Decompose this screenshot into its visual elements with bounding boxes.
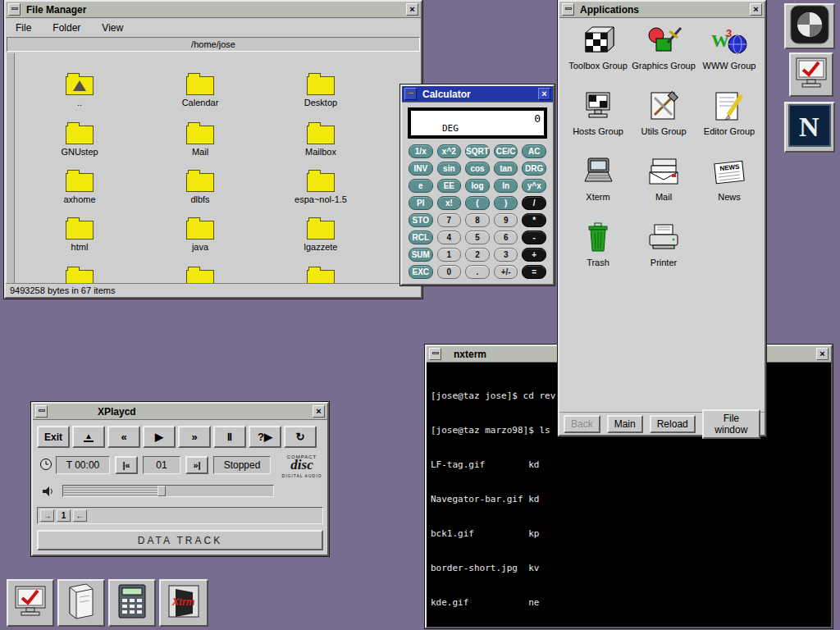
folder-item[interactable]: Desktop [285,71,356,107]
window-menu-button[interactable] [404,88,417,100]
key-close-paren[interactable]: ) [494,196,518,210]
track-shift-right-button[interactable]: → [40,509,54,522]
folder-item[interactable]: Calendar [165,71,235,107]
folder-item[interactable]: html [44,216,115,252]
close-button[interactable]: × [406,3,418,16]
key-1[interactable]: 1 [437,248,462,262]
key-8[interactable]: 8 [465,213,490,227]
key-sto[interactable]: STO [409,213,433,227]
loop-button[interactable]: ↻ [284,426,317,448]
key-sin[interactable]: sin [437,162,462,176]
close-button[interactable]: × [750,3,762,16]
vertical-scrollbar[interactable] [6,53,15,283]
file-manager-titlebar[interactable]: File Manager × [6,2,421,18]
key-9[interactable]: 9 [494,213,518,227]
window-menu-button[interactable] [429,348,441,360]
data-track-button[interactable]: DATA TRACK [37,530,323,550]
xplaycd-titlebar[interactable]: XPlaycd × [33,404,327,420]
reload-button[interactable]: Reload [650,415,696,433]
close-button[interactable]: × [313,405,325,418]
app-item-trash[interactable]: Trash [564,221,632,267]
menu-view[interactable]: View [102,22,123,34]
app-item-printer[interactable]: Printer [630,221,697,267]
app-item-toolbox-group[interactable]: Toolbox Group [564,25,632,71]
key-5[interactable]: 5 [465,231,490,244]
folder-item[interactable]: espa~nol-1.5 [285,168,356,204]
folder-item[interactable]: lgazzete [285,216,356,252]
menu-file[interactable]: File [16,22,31,34]
key-6[interactable]: 6 [494,231,518,244]
app-item-graphics-group[interactable]: Graphics Group [630,25,697,71]
folder-item[interactable]: GNUstep [44,121,115,157]
pause-button[interactable]: Ⅱ [213,426,246,448]
folder-item[interactable] [285,265,356,283]
key-plus[interactable]: + [522,248,546,262]
app-item-editor-group[interactable]: Editor Group [696,90,763,136]
dock-tile-monitor-check[interactable] [789,52,833,97]
folder-item[interactable] [44,265,115,283]
key-2[interactable]: 2 [465,248,490,262]
key-1/x[interactable]: 1/x [409,144,433,158]
folder-item[interactable]: dlbfs [165,168,235,204]
app-item-hosts-group[interactable]: Hosts Group [564,90,632,136]
key-sqrt[interactable]: SQRT [465,144,490,158]
window-menu-button[interactable] [562,3,574,16]
next-track-button[interactable]: »| [185,456,208,474]
key-ee[interactable]: EE [437,179,462,193]
key-sum[interactable]: SUM [409,248,433,262]
key-x^2[interactable]: x^2 [437,144,462,158]
key-exc[interactable]: EXC [409,265,433,279]
key-plusminus[interactable]: +/- [494,265,518,279]
key-0[interactable]: 0 [437,265,462,279]
file-window-button[interactable]: File window [702,409,760,439]
folder-item[interactable]: Mailbox [285,121,356,157]
previous-track-button[interactable]: |« [115,456,138,474]
applications-titlebar[interactable]: Applications × [559,2,765,18]
key-open-paren[interactable]: ( [465,196,490,210]
app-item-www-group[interactable]: W 3 WWW Group [696,25,763,71]
dock-tile-netscape[interactable]: N [784,102,835,153]
key-tan[interactable]: tan [494,162,518,176]
close-button[interactable]: × [816,348,829,360]
dock-tile-monitor-check-2[interactable] [7,579,54,627]
app-item-utils-group[interactable]: Utils Group [630,90,697,136]
dock-tile-calculator[interactable] [108,579,156,627]
folder-item[interactable]: axhome [44,168,115,204]
folder-item[interactable]: java [165,216,235,252]
key-ac[interactable]: AC [522,144,546,158]
dock-tile-gnustep[interactable] [784,3,835,49]
key-multiply[interactable]: * [522,213,546,227]
folder-item[interactable] [165,265,235,283]
play-button[interactable]: ▶ [143,426,176,448]
key-rcl[interactable]: RCL [409,231,433,244]
dock-tile-book[interactable] [57,579,105,627]
calculator-titlebar[interactable]: Calculator × [402,86,553,103]
main-button[interactable]: Main [607,415,643,433]
volume-slider-thumb[interactable] [158,486,166,496]
key-3[interactable]: 3 [494,248,518,262]
key-ce/c[interactable]: CE/C [494,144,518,158]
exit-button[interactable]: Exit [37,426,70,448]
intro-scan-button[interactable]: ?▶ [249,426,281,448]
app-item-mail[interactable]: Mail [630,156,697,202]
key-7[interactable]: 7 [437,213,462,227]
key-equals[interactable]: = [522,265,546,279]
key-minus[interactable]: - [522,231,546,244]
key-decimal[interactable]: . [465,265,490,279]
dock-tile-xterm[interactable]: Xtrm [159,579,208,627]
back-button[interactable]: Back [564,415,600,433]
file-list-area[interactable]: .. Calendar Desktop GNUstep Mail Mailbox [6,53,421,283]
menu-folder[interactable]: Folder [52,22,80,34]
volume-slider[interactable] [62,485,274,497]
app-item-news[interactable]: NEWS News [696,156,763,202]
window-menu-button[interactable] [35,405,48,418]
folder-item[interactable]: Mail [165,121,235,157]
key-ln[interactable]: ln [494,179,518,193]
key-pi[interactable]: PI [409,196,433,210]
key-divide[interactable]: / [522,196,546,210]
fast-forward-button[interactable]: » [178,426,211,448]
track-shift-left-button[interactable]: ← [73,509,87,522]
key-drg[interactable]: DRG [522,162,546,176]
key-y^x[interactable]: y^x [522,179,546,193]
key-cos[interactable]: cos [465,162,490,176]
